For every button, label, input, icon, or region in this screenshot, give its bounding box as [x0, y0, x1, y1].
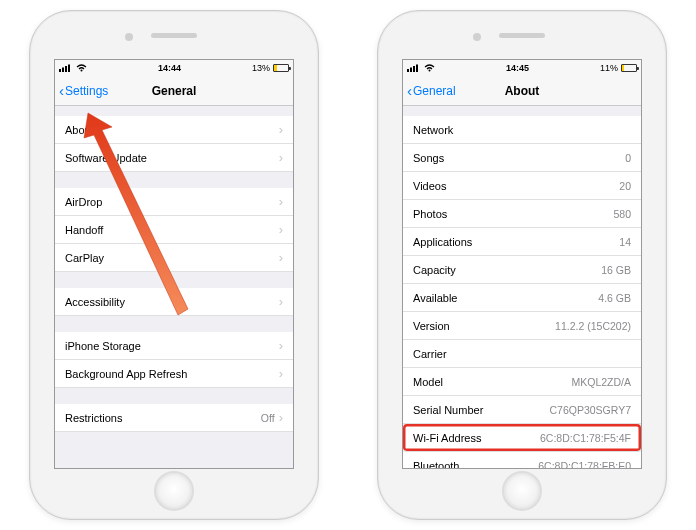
chevron-right-icon: › — [279, 222, 283, 237]
status-time: 14:44 — [158, 63, 181, 73]
svg-rect-1 — [62, 68, 64, 73]
row-value: 11.2.2 (15C202) — [555, 320, 631, 332]
chevron-right-icon: › — [279, 250, 283, 265]
phone-camera — [125, 33, 133, 41]
nav-back-label: Settings — [65, 84, 108, 98]
row-label: Photos — [413, 208, 447, 220]
row-label: About — [65, 124, 94, 136]
phone-camera — [473, 33, 481, 41]
row-airdrop[interactable]: AirDrop › — [55, 188, 293, 216]
row-label: Version — [413, 320, 450, 332]
chevron-left-icon: ‹ — [407, 83, 412, 98]
row-label: iPhone Storage — [65, 340, 141, 352]
chevron-right-icon: › — [279, 194, 283, 209]
svg-rect-7 — [410, 68, 412, 73]
row-wifi-address: Wi-Fi Address 6C:8D:C1:78:F5:4F — [403, 424, 641, 452]
chevron-right-icon: › — [279, 366, 283, 381]
row-capacity: Capacity 16 GB — [403, 256, 641, 284]
row-applications: Applications 14 — [403, 228, 641, 256]
row-value: 6C:8D:C1:78:FB:E0 — [538, 460, 631, 470]
svg-rect-0 — [59, 69, 61, 72]
row-songs: Songs 0 — [403, 144, 641, 172]
status-time: 14:45 — [506, 63, 529, 73]
row-label: Carrier — [413, 348, 447, 360]
svg-rect-9 — [416, 65, 418, 73]
row-label: Network — [413, 124, 453, 136]
row-about[interactable]: About › — [55, 116, 293, 144]
nav-bar: ‹ Settings General — [55, 76, 293, 106]
row-label: Software Update — [65, 152, 147, 164]
row-label: CarPlay — [65, 252, 104, 264]
row-value: 16 GB — [601, 264, 631, 276]
nav-title: About — [505, 84, 540, 98]
row-network[interactable]: Network — [403, 116, 641, 144]
signal-icon — [59, 64, 73, 72]
wifi-icon — [76, 64, 87, 72]
svg-rect-6 — [407, 69, 409, 72]
chevron-left-icon: ‹ — [59, 83, 64, 98]
row-label: Restrictions — [65, 412, 122, 424]
wifi-icon — [424, 64, 435, 72]
nav-bar: ‹ General About — [403, 76, 641, 106]
svg-rect-3 — [68, 65, 70, 73]
chevron-right-icon: › — [279, 122, 283, 137]
row-label: Available — [413, 292, 457, 304]
row-software-update[interactable]: Software Update › — [55, 144, 293, 172]
nav-back-button[interactable]: ‹ Settings — [59, 83, 108, 98]
row-videos: Videos 20 — [403, 172, 641, 200]
home-button[interactable] — [502, 471, 542, 511]
chevron-right-icon: › — [279, 410, 283, 425]
row-label: Bluetooth — [413, 460, 459, 470]
nav-back-button[interactable]: ‹ General — [407, 83, 456, 98]
iphone-device-left: 14:44 13% ‹ Settings General About › So — [29, 10, 319, 520]
row-value: 6C:8D:C1:78:F5:4F — [540, 432, 631, 444]
status-bar: 14:45 11% — [403, 60, 641, 76]
row-value: 0 — [625, 152, 631, 164]
about-list: Network Songs 0 Videos 20 Photos 580 App… — [403, 106, 641, 469]
battery-percent: 11% — [600, 63, 618, 73]
row-bluetooth: Bluetooth 6C:8D:C1:78:FB:E0 — [403, 452, 641, 469]
svg-point-10 — [429, 70, 431, 72]
row-serial: Serial Number C76QP30SGRY7 — [403, 396, 641, 424]
status-bar: 14:44 13% — [55, 60, 293, 76]
svg-point-4 — [81, 70, 83, 72]
row-accessibility[interactable]: Accessibility › — [55, 288, 293, 316]
phone-speaker — [151, 33, 197, 38]
home-button[interactable] — [154, 471, 194, 511]
chevron-right-icon: › — [279, 294, 283, 309]
nav-title: General — [152, 84, 197, 98]
row-carplay[interactable]: CarPlay › — [55, 244, 293, 272]
row-label: Handoff — [65, 224, 103, 236]
row-label: Wi-Fi Address — [413, 432, 481, 444]
row-restrictions[interactable]: Restrictions Off › — [55, 404, 293, 432]
row-iphone-storage[interactable]: iPhone Storage › — [55, 332, 293, 360]
iphone-device-right: 14:45 11% ‹ General About Network Song — [377, 10, 667, 520]
row-value: C76QP30SGRY7 — [549, 404, 631, 416]
row-available: Available 4.6 GB — [403, 284, 641, 312]
row-value: 4.6 GB — [598, 292, 631, 304]
row-photos: Photos 580 — [403, 200, 641, 228]
svg-rect-8 — [413, 66, 415, 72]
row-label: Songs — [413, 152, 444, 164]
row-label: Accessibility — [65, 296, 125, 308]
row-handoff[interactable]: Handoff › — [55, 216, 293, 244]
row-model: Model MKQL2ZD/A — [403, 368, 641, 396]
row-label: Videos — [413, 180, 446, 192]
row-version: Version 11.2.2 (15C202) — [403, 312, 641, 340]
row-label: Serial Number — [413, 404, 483, 416]
row-label: Model — [413, 376, 443, 388]
battery-percent: 13% — [252, 63, 270, 73]
row-value: 14 — [619, 236, 631, 248]
row-value: 20 — [619, 180, 631, 192]
battery-icon — [621, 64, 637, 72]
signal-icon — [407, 64, 421, 72]
row-carrier: Carrier — [403, 340, 641, 368]
svg-rect-2 — [65, 66, 67, 72]
row-label: Applications — [413, 236, 472, 248]
chevron-right-icon: › — [279, 338, 283, 353]
row-bg-app-refresh[interactable]: Background App Refresh › — [55, 360, 293, 388]
row-label: AirDrop — [65, 196, 102, 208]
row-label: Background App Refresh — [65, 368, 187, 380]
chevron-right-icon: › — [279, 150, 283, 165]
screen-left: 14:44 13% ‹ Settings General About › So — [54, 59, 294, 469]
